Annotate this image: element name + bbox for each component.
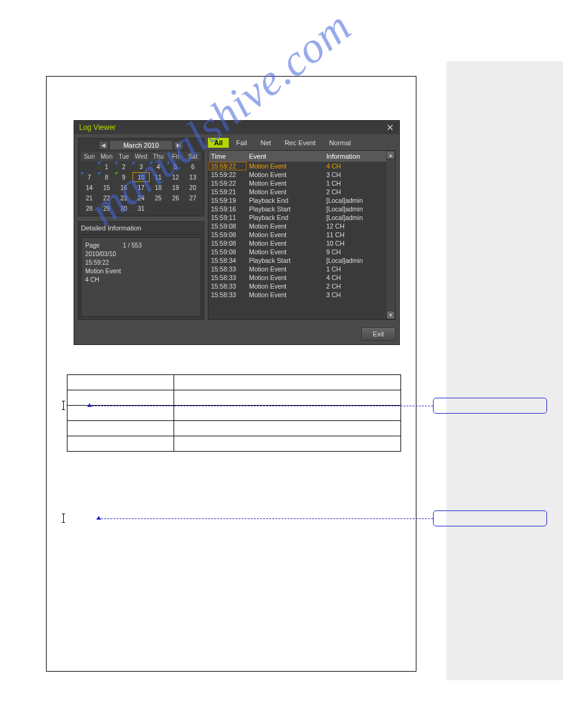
- event-marker-icon: [81, 172, 84, 175]
- calendar-day[interactable]: 2: [115, 162, 132, 172]
- calendar-day[interactable]: 21: [81, 193, 98, 203]
- calendar-day[interactable]: 19: [167, 183, 184, 192]
- log-cell-info: 4 CH: [324, 162, 386, 170]
- tab-all[interactable]: All: [208, 138, 229, 148]
- calendar-day[interactable]: 16: [115, 183, 132, 192]
- callout-line: [101, 518, 433, 519]
- event-marker-icon: [115, 172, 118, 175]
- scrollbar[interactable]: ▲ ▼: [386, 151, 395, 319]
- calendar-day[interactable]: 17: [132, 183, 149, 192]
- callout-marker-icon: [87, 403, 92, 407]
- calendar-day[interactable]: 3: [132, 162, 149, 172]
- log-cell-event: Playback End: [247, 196, 324, 205]
- log-cell-event: Motion Event: [247, 188, 324, 196]
- calendar-day[interactable]: 1: [98, 162, 115, 172]
- log-cell-time: 15:59:22: [209, 162, 247, 170]
- log-cell-event: Motion Event: [247, 230, 324, 239]
- log-cell-info: 2 CH: [324, 282, 386, 290]
- log-row[interactable]: 15:59:11Playback End[Local]admin: [209, 213, 386, 222]
- month-label: March 2010: [110, 141, 172, 150]
- log-cell-time: 15:58:33: [209, 290, 247, 299]
- log-row[interactable]: 15:58:34Playback Start[Local]admin: [209, 256, 386, 265]
- calendar-day[interactable]: 20: [185, 183, 201, 192]
- log-cell-info: 2 CH: [324, 188, 386, 196]
- calendar-day[interactable]: 18: [150, 183, 167, 192]
- log-row[interactable]: 15:59:08Motion Event 10 CH: [209, 239, 386, 248]
- log-row[interactable]: 15:59:22Motion Event 4 CH: [209, 162, 386, 170]
- detail-title: Detailed Information: [81, 224, 201, 235]
- exit-button[interactable]: Exit: [361, 327, 396, 341]
- log-cell-time: 15:59:08: [209, 239, 247, 248]
- calendar-day[interactable]: 5: [167, 162, 184, 172]
- log-row[interactable]: 15:59:21Motion Event 2 CH: [209, 188, 386, 196]
- log-row[interactable]: 15:59:08Motion Event 11 CH: [209, 230, 386, 239]
- prev-month-button[interactable]: ◀: [99, 141, 109, 150]
- calendar-day[interactable]: 6: [185, 162, 201, 172]
- log-cell-event: Playback Start: [247, 205, 324, 213]
- calendar-day[interactable]: 28: [81, 203, 98, 213]
- calendar-day[interactable]: 30: [115, 203, 132, 213]
- log-cell-info: 3 CH: [324, 170, 386, 179]
- tab-net[interactable]: Net: [255, 138, 277, 148]
- calendar-day[interactable]: 4: [150, 162, 167, 172]
- close-icon[interactable]: [386, 123, 394, 132]
- log-row[interactable]: 15:58:33Motion Event 1 CH: [209, 265, 386, 273]
- calendar-day[interactable]: 22: [98, 193, 115, 203]
- log-cell-info: [Local]admin: [324, 256, 386, 265]
- calendar-day[interactable]: 26: [167, 193, 184, 203]
- calendar-day[interactable]: 9: [115, 172, 132, 182]
- log-row[interactable]: 15:59:19Playback End[Local]admin: [209, 196, 386, 205]
- scroll-down-button[interactable]: ▼: [386, 311, 395, 319]
- calendar-day[interactable]: 13: [185, 172, 201, 182]
- event-marker-icon: [167, 162, 170, 165]
- calendar: ◀ March 2010 ▶ SunMonTueWedThuFriSat1234…: [78, 138, 204, 216]
- calendar-day[interactable]: 8: [98, 172, 115, 182]
- callout-marker-icon: [96, 516, 101, 520]
- calendar-day[interactable]: 24: [132, 193, 149, 203]
- log-cell-info: 11 CH: [324, 230, 386, 239]
- log-row[interactable]: 15:58:33Motion Event 3 CH: [209, 290, 386, 299]
- log-row[interactable]: 15:58:33Motion Event 2 CH: [209, 282, 386, 290]
- calendar-day[interactable]: 25: [150, 193, 167, 203]
- calendar-day[interactable]: 11: [150, 172, 167, 182]
- calendar-dow: Mon: [98, 152, 115, 161]
- page-margin-shade: [446, 61, 563, 680]
- tab-fail[interactable]: Fail: [230, 138, 253, 148]
- log-cell-event: Playback End: [247, 213, 324, 222]
- scroll-up-button[interactable]: ▲: [386, 151, 395, 159]
- col-event-header: Event: [247, 151, 324, 162]
- log-cell-time: 15:59:19: [209, 196, 247, 205]
- log-cell-info: 9 CH: [324, 248, 386, 256]
- log-cell-info: [Local]admin: [324, 213, 386, 222]
- calendar-day[interactable]: 15: [98, 183, 115, 192]
- calendar-day[interactable]: 10: [132, 172, 149, 182]
- calendar-day[interactable]: 29: [98, 203, 115, 213]
- calendar-day[interactable]: 12: [167, 172, 184, 182]
- event-marker-icon: [98, 162, 101, 165]
- log-cell-event: Motion Event: [247, 273, 324, 282]
- callout-line: [92, 406, 433, 406]
- log-cell-event: Motion Event: [247, 162, 324, 170]
- calendar-day[interactable]: 7: [81, 172, 98, 182]
- log-row[interactable]: 15:59:22Motion Event 1 CH: [209, 179, 386, 188]
- next-month-button[interactable]: ▶: [174, 141, 183, 150]
- tab-normal[interactable]: Normal: [323, 138, 357, 148]
- calendar-dow: Thu: [150, 152, 167, 161]
- calendar-day[interactable]: 27: [185, 193, 201, 203]
- log-cell-time: 15:58:33: [209, 265, 247, 273]
- callout-box: [433, 398, 547, 414]
- tab-rec-event[interactable]: Rec Event: [278, 138, 322, 148]
- log-cell-info: 10 CH: [324, 239, 386, 248]
- calendar-day[interactable]: 14: [81, 183, 98, 192]
- calendar-dow: Sun: [81, 152, 98, 161]
- calendar-day[interactable]: 31: [132, 203, 149, 213]
- log-row[interactable]: 15:58:33Motion Event 4 CH: [209, 273, 386, 282]
- log-row[interactable]: 15:59:16Playback Start[Local]admin: [209, 205, 386, 213]
- log-row[interactable]: 15:59:08Motion Event 9 CH: [209, 248, 386, 256]
- log-cell-event: Motion Event: [247, 179, 324, 188]
- log-cell-info: [Local]admin: [324, 205, 386, 213]
- log-row[interactable]: 15:59:08Motion Event 12 CH: [209, 222, 386, 230]
- log-cell-event: Playback Start: [247, 256, 324, 265]
- calendar-day[interactable]: 23: [115, 193, 132, 203]
- log-row[interactable]: 15:59:22Motion Event 3 CH: [209, 170, 386, 179]
